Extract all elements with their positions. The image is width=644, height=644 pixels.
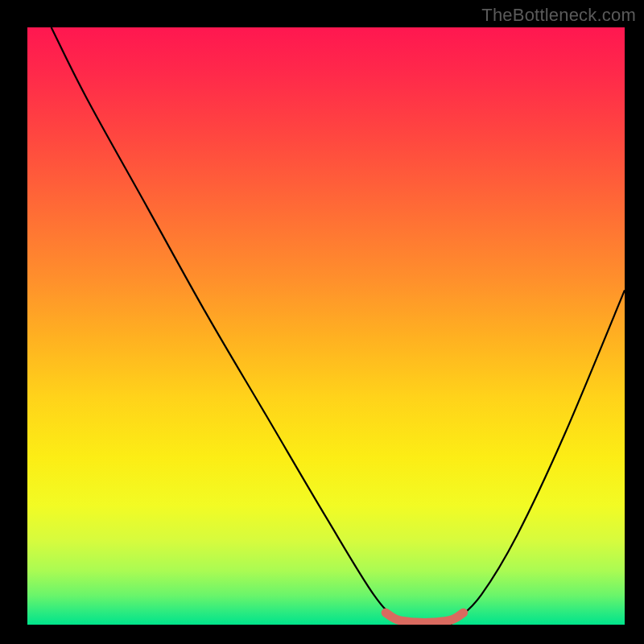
- chart-frame: TheBottleneck.com: [0, 0, 644, 644]
- curve-layer: [27, 27, 625, 625]
- watermark-text: TheBottleneck.com: [481, 5, 636, 26]
- optimal-band: [386, 613, 463, 622]
- bottleneck-curve: [52, 27, 625, 625]
- plot-area: [27, 27, 625, 625]
